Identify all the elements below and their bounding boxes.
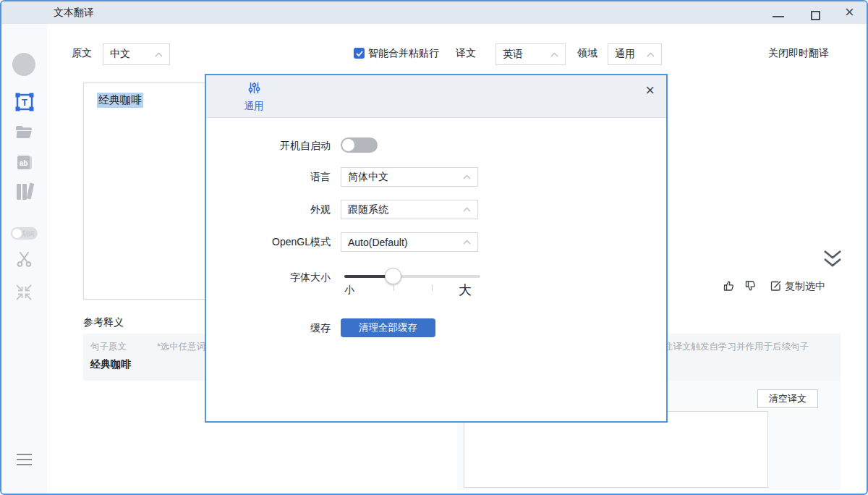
chevron-up-icon	[463, 174, 471, 179]
tab-general[interactable]: 通用	[231, 81, 277, 113]
sliders-icon	[247, 81, 261, 95]
copy-selected-button[interactable]: 复制选中	[785, 280, 825, 293]
fontsize-slider-knob[interactable]	[385, 268, 401, 284]
cache-label: 缓存	[206, 322, 331, 335]
reference-row-text[interactable]: 经典咖啡	[90, 358, 131, 371]
reference-heading: 参考释义	[83, 316, 124, 329]
slider-tick	[432, 284, 433, 291]
svg-text:T: T	[22, 97, 27, 108]
source-lang-dropdown[interactable]: 中文	[103, 43, 170, 65]
close-icon[interactable]: ×	[845, 3, 854, 22]
chevron-up-icon	[463, 207, 471, 212]
tab-general-label: 通用	[231, 100, 277, 113]
toggle-instant-translate-button[interactable]: 关闭即时翻译	[768, 47, 829, 60]
thumbs-up-icon[interactable]	[723, 279, 736, 292]
word-lookup-toggle-label: 划词	[22, 229, 35, 239]
app-window: 文本翻译 × T ab 划词	[0, 0, 868, 495]
autostart-label: 开机自启动	[206, 140, 331, 153]
opengl-mode-value: Auto(Default)	[348, 237, 407, 248]
fontsize-slider-fill	[344, 275, 388, 278]
maximize-icon[interactable]	[811, 11, 820, 20]
language-dropdown[interactable]: 简体中文	[341, 167, 478, 187]
fontsize-label: 字体大小	[206, 271, 331, 284]
scissors-icon[interactable]	[15, 250, 33, 268]
slider-tick	[393, 284, 394, 291]
hint-self-learning: 注译文触发自学习并作用于后续句子	[664, 341, 809, 353]
source-lang-label: 原文	[72, 47, 92, 60]
menu-icon[interactable]	[15, 452, 33, 467]
domain-label: 领域	[577, 47, 597, 60]
check-icon	[356, 51, 363, 56]
edit-copy-icon[interactable]	[770, 280, 782, 292]
thumbs-down-icon[interactable]	[744, 279, 757, 292]
target-lang-value: 英语	[503, 48, 523, 61]
appearance-value: 跟随系统	[348, 203, 388, 216]
language-label: 语言	[206, 171, 331, 184]
domain-dropdown[interactable]: 通用	[608, 43, 662, 65]
chevron-up-icon	[155, 52, 163, 57]
dictionary-icon[interactable]: ab	[15, 153, 34, 172]
target-lang-dropdown[interactable]: 英语	[495, 43, 566, 65]
opengl-mode-label: OpenGL模式	[206, 236, 331, 249]
domain-value: 通用	[615, 48, 635, 61]
clear-cache-button[interactable]: 清理全部缓存	[341, 318, 435, 337]
window-title: 文本翻译	[54, 7, 94, 20]
avatar[interactable]	[12, 53, 35, 76]
merge-paste-label[interactable]: 智能合并粘贴行	[368, 47, 439, 60]
fontsize-max-label: 大	[459, 282, 472, 299]
titlebar: 文本翻译	[1, 1, 867, 24]
appearance-dropdown[interactable]: 跟随系统	[341, 200, 478, 219]
dialog-close-icon[interactable]: ×	[645, 81, 655, 100]
chevron-up-icon	[550, 52, 558, 57]
settings-dialog: 通用 × 开机自启动 语言 简体中文 外观 跟随系统 OpenGL模式 Auto…	[205, 74, 668, 423]
language-value: 简体中文	[348, 171, 388, 184]
sidebar: T ab 划词	[1, 24, 47, 495]
library-icon[interactable]	[14, 182, 35, 202]
word-lookup-toggle[interactable]: 划词	[11, 227, 38, 240]
toggle-knob	[12, 229, 22, 238]
fontsize-min-label: 小	[344, 284, 354, 297]
toggle-knob	[342, 139, 354, 151]
dialog-header: 通用 ×	[206, 75, 666, 118]
clear-translation-button[interactable]: 清空译文	[757, 389, 818, 408]
svg-text:ab: ab	[20, 159, 28, 167]
appearance-label: 外观	[206, 203, 331, 216]
source-text-selected[interactable]: 经典咖啡	[97, 93, 143, 108]
minimize-icon[interactable]	[773, 16, 784, 17]
text-translate-tool-icon[interactable]: T	[14, 92, 35, 112]
source-lang-value: 中文	[110, 48, 130, 61]
collapse-icon[interactable]	[14, 283, 33, 302]
chevron-up-icon	[463, 240, 471, 245]
folder-icon[interactable]	[14, 123, 33, 140]
merge-paste-checkbox[interactable]	[354, 48, 365, 59]
expand-double-chevron-icon[interactable]	[822, 249, 843, 269]
chevron-up-icon	[647, 52, 655, 57]
autostart-toggle[interactable]	[341, 138, 378, 153]
opengl-mode-dropdown[interactable]: Auto(Default)	[341, 232, 478, 252]
target-lang-label: 译文	[456, 47, 476, 60]
column-sentence-source: 句子原文	[90, 341, 127, 353]
